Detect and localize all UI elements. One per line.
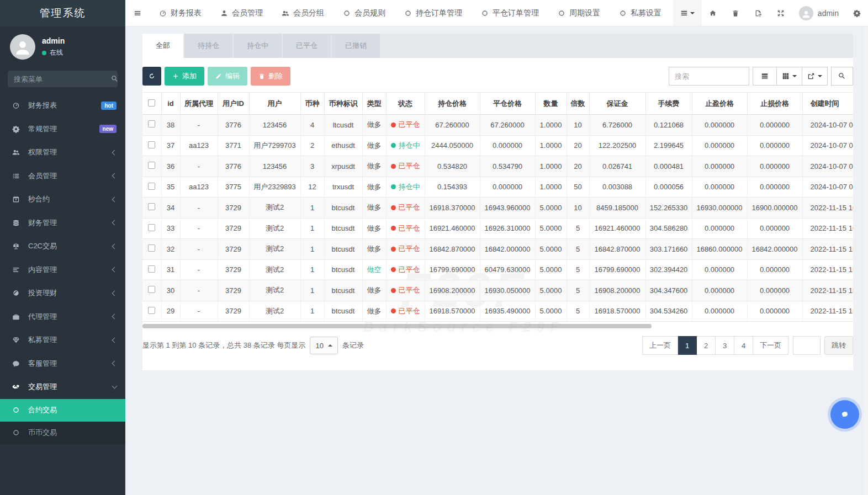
table-row[interactable]: 36-37761234563xrpusdt做多已平仓0.5348200.5347…: [142, 156, 853, 177]
sidebar-item-5[interactable]: 秒合约: [0, 188, 125, 211]
row-checkbox[interactable]: [148, 203, 155, 210]
sidebar-item-4[interactable]: 会员管理: [0, 164, 125, 188]
row-checkbox[interactable]: [148, 244, 155, 252]
refresh-button[interactable]: [142, 67, 161, 86]
nav-item-6[interactable]: 平仓订单管理: [472, 0, 548, 26]
nav-item-2[interactable]: 会员管理: [211, 0, 272, 26]
sidebar-item-11[interactable]: 私募管理: [0, 328, 125, 352]
status-label: 已平仓: [399, 265, 420, 275]
cell-margin: 16842.870000: [589, 239, 645, 260]
sidebar-item-12[interactable]: 客服管理: [0, 352, 125, 376]
edit-button[interactable]: 编辑: [208, 67, 247, 86]
nav-item-3[interactable]: 会员分组: [272, 0, 334, 26]
table-row[interactable]: 37aa1233771用户72997032ethusdt做多持仓中2444.05…: [142, 135, 853, 156]
sidebar-user-status-label: 在线: [50, 48, 63, 57]
tab-4[interactable]: 已平仓: [283, 34, 331, 58]
tab-5[interactable]: 已撤销: [332, 34, 380, 58]
detail-view-button[interactable]: [753, 67, 777, 86]
tab-2[interactable]: 待持仓: [184, 34, 232, 58]
table-row[interactable]: 32-3729测试21btcusdt做多已平仓16842.87000016842…: [142, 239, 853, 260]
row-checkbox[interactable]: [148, 286, 155, 293]
settings-button[interactable]: [845, 0, 868, 26]
jump-button[interactable]: 跳转: [824, 336, 853, 355]
row-checkbox[interactable]: [148, 307, 155, 314]
chevron-left-icon: [112, 196, 118, 202]
table-row[interactable]: 34-3729测试21btcusdt做多已平仓16918.37000016943…: [142, 198, 853, 219]
clear-cache-button[interactable]: [724, 0, 747, 26]
nav-item-8[interactable]: 私募设置: [610, 0, 671, 26]
row-checkbox[interactable]: [148, 141, 155, 148]
sidebar-item-13[interactable]: 交易管理: [0, 375, 125, 399]
table-row[interactable]: 33-3729测试21btcusdt做多已平仓16921.46000016926…: [142, 218, 853, 239]
detail-list-icon: [761, 72, 769, 80]
nav-item-label: 财务报表: [171, 8, 202, 18]
vertical-scrollbar-track[interactable]: [864, 26, 868, 495]
sidebar-subitem-1[interactable]: 合约交易: [0, 399, 125, 422]
chevron-left-icon: [112, 150, 118, 155]
table-row[interactable]: 31-3729测试21btcusdt做空已平仓16799.69000060479…: [142, 259, 853, 280]
cell-agent: -: [180, 198, 218, 219]
col-header-4: 用户: [249, 93, 300, 115]
sidebar-subitem-2[interactable]: 币币交易: [0, 422, 125, 444]
sidebar-toggle-button[interactable]: [125, 0, 150, 26]
row-checkbox[interactable]: [148, 162, 155, 169]
jump-page-input[interactable]: [793, 336, 821, 355]
sidebar-item-3[interactable]: 权限管理: [0, 141, 125, 164]
add-button[interactable]: 添加: [165, 67, 204, 86]
chevron-left-icon: [112, 290, 118, 296]
navbar-user-menu[interactable]: admin: [792, 0, 845, 26]
sidebar-item-10[interactable]: 代理管理: [0, 305, 125, 329]
columns-button[interactable]: [777, 67, 802, 86]
nav-item-4[interactable]: 会员规则: [334, 0, 395, 26]
top-navbar: 财务报表会员管理会员分组会员规则持仓订单管理平仓订单管理周期设置私募设置: [125, 0, 868, 26]
sidebar-item-2[interactable]: 常规管理new: [0, 118, 125, 141]
sidebar-item-8[interactable]: 内容管理: [0, 258, 125, 282]
table-search-input[interactable]: [669, 67, 749, 86]
select-all-checkbox[interactable]: [148, 99, 155, 107]
home-button[interactable]: [702, 0, 724, 26]
cell-amount: 5.0000: [535, 239, 567, 260]
next-page-button[interactable]: 下一页: [753, 336, 788, 355]
nav-item-1[interactable]: 财务报表: [150, 0, 211, 26]
delete-button[interactable]: 删除: [251, 67, 290, 86]
tab-3[interactable]: 持仓中: [234, 34, 282, 58]
table-row[interactable]: 29-3729测试21btcusdt做多已平仓16918.57000016935…: [142, 301, 853, 322]
sidebar-search-input[interactable]: [14, 75, 111, 83]
cell-status: 已平仓: [386, 115, 425, 136]
col-header-11: 数量: [535, 93, 567, 115]
cell-user_id: 3729: [218, 301, 249, 322]
cell-open_price: 0.154393: [425, 177, 480, 198]
page-button-4[interactable]: 4: [734, 336, 753, 355]
row-checkbox[interactable]: [148, 265, 155, 273]
prev-page-button[interactable]: 上一页: [642, 336, 678, 355]
chat-float-button[interactable]: [830, 400, 859, 429]
table-row[interactable]: 30-3729测试21btcusdt做多已平仓16908.20000016930…: [142, 280, 853, 301]
fullscreen-button[interactable]: [770, 0, 792, 26]
page-size-dropdown[interactable]: 10: [310, 337, 337, 354]
nav-list-toggle-button[interactable]: [673, 0, 702, 26]
sidebar-item-6[interactable]: 财务管理: [0, 211, 125, 235]
log-refresh-button[interactable]: [747, 0, 770, 26]
sidebar-item-1[interactable]: 财务报表hot: [0, 94, 125, 118]
row-checkbox[interactable]: [148, 183, 155, 190]
search-submit-button[interactable]: [831, 67, 853, 86]
table-row[interactable]: 38-37761234564ltcusdt做多已平仓67.26000067.26…: [142, 115, 853, 136]
sidebar-item-9[interactable]: 投资理财: [0, 281, 125, 305]
tab-1[interactable]: 全部: [142, 34, 183, 58]
row-checkbox[interactable]: [148, 120, 155, 127]
row-checkbox[interactable]: [148, 224, 155, 231]
page-button-2[interactable]: 2: [697, 336, 716, 355]
export-button[interactable]: [802, 67, 828, 86]
page-button-3[interactable]: 3: [716, 336, 734, 355]
nav-item-7[interactable]: 周期设置: [548, 0, 610, 26]
cell-open_price: 16842.870000: [425, 239, 480, 260]
page-button-1[interactable]: 1: [678, 336, 697, 355]
sidebar-item-7[interactable]: C2C交易: [0, 235, 125, 258]
sidebar-item-label: 代理管理: [28, 312, 57, 322]
nav-item-5[interactable]: 持仓订单管理: [395, 0, 472, 26]
table-row[interactable]: 35aa1233775用户232989312trxusdt做多持仓中0.1543…: [142, 177, 853, 198]
cell-take_profit: 0.000000: [692, 259, 747, 280]
cell-close_price: 0.000000: [480, 135, 535, 156]
horizontal-scrollbar-thumb[interactable]: [142, 324, 652, 328]
cell-agent: -: [180, 301, 218, 322]
